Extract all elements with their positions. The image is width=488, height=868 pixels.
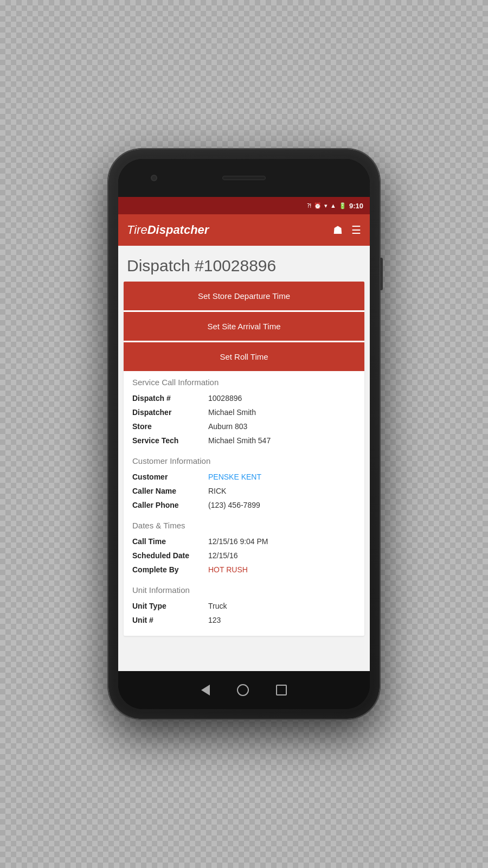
table-row: Dispatch # 10028896 — [132, 391, 356, 405]
table-row: Caller Name RICK — [132, 484, 356, 498]
unit-title: Unit Information — [132, 585, 356, 595]
dates-section: Dates & Times Call Time 12/15/16 9:04 PM… — [124, 514, 364, 579]
complete-by-label: Complete By — [132, 565, 208, 574]
unit-num-label: Unit # — [132, 616, 208, 624]
unit-type-label: Unit Type — [132, 602, 208, 610]
customer-title: Customer Information — [132, 456, 356, 465]
earpiece-speaker — [222, 176, 266, 180]
table-row: Dispatcher Michael Smith — [132, 405, 356, 419]
home-button[interactable] — [237, 684, 249, 696]
table-row: Store Auburn 803 — [132, 419, 356, 433]
scheduled-date-value: 12/15/16 — [208, 551, 356, 560]
service-call-section: Service Call Information Dispatch # 1002… — [124, 371, 364, 450]
screen-content: Dispatch #10028896 Set Store Departure T… — [118, 246, 370, 671]
status-bar: ⁈ ⏰ ▾ ▲ 🔋 9:10 — [118, 197, 370, 214]
phone-screen: ⁈ ⏰ ▾ ▲ 🔋 9:10 Tire Dispatcher ☗ ☰ Dispa… — [118, 159, 370, 709]
complete-by-value: HOT RUSH — [208, 565, 356, 574]
wifi-icon: ▾ — [324, 202, 328, 209]
alarm-icon: ⏰ — [314, 202, 322, 209]
customer-value: PENSKE KENT — [208, 473, 356, 481]
dispatcher-label: Dispatcher — [132, 408, 208, 417]
table-row: Customer PENSKE KENT — [132, 470, 356, 484]
header-icons: ☗ ☰ — [333, 224, 361, 237]
call-time-label: Call Time — [132, 537, 208, 546]
caller-name-value: RICK — [208, 487, 356, 495]
table-row: Scheduled Date 12/15/16 — [132, 548, 356, 563]
back-icon — [201, 685, 210, 695]
caller-phone-label: Caller Phone — [132, 501, 208, 509]
phone-device: ⁈ ⏰ ▾ ▲ 🔋 9:10 Tire Dispatcher ☗ ☰ Dispa… — [108, 149, 380, 719]
bluetooth-icon: ⁈ — [307, 202, 311, 209]
recents-button[interactable] — [276, 685, 287, 695]
caller-name-label: Caller Name — [132, 487, 208, 495]
app-header: Tire Dispatcher ☗ ☰ — [118, 214, 370, 246]
page-title: Dispatch #10028896 — [118, 246, 370, 282]
table-row: Unit # 123 — [132, 613, 356, 627]
call-time-value: 12/15/16 9:04 PM — [208, 537, 356, 546]
battery-icon: 🔋 — [339, 202, 346, 209]
dispatcher-value: Michael Smith — [208, 408, 356, 417]
table-row: Call Time 12/15/16 9:04 PM — [132, 534, 356, 548]
table-row: Service Tech Michael Smith 547 — [132, 433, 356, 448]
logo-tire-text: Tire — [127, 223, 147, 237]
home-icon — [237, 684, 249, 696]
table-row: Caller Phone (123) 456-7899 — [132, 498, 356, 512]
status-time: 9:10 — [349, 202, 363, 210]
caller-phone-value: (123) 456-7899 — [208, 501, 356, 509]
camera-lens — [151, 175, 157, 181]
table-row: Complete By HOT RUSH — [132, 563, 356, 577]
signal-icon: ▲ — [330, 202, 336, 209]
set-roll-time-button[interactable]: Set Roll Time — [124, 342, 364, 371]
dispatch-card: Set Store Departure Time Set Site Arriva… — [124, 282, 364, 636]
unit-section: Unit Information Unit Type Truck Unit # … — [124, 579, 364, 636]
store-value: Auburn 803 — [208, 422, 356, 431]
dispatch-num-label: Dispatch # — [132, 394, 208, 403]
table-row: Unit Type Truck — [132, 599, 356, 613]
scheduled-date-label: Scheduled Date — [132, 551, 208, 560]
app-logo: Tire Dispatcher — [127, 223, 333, 237]
recents-icon — [276, 685, 287, 695]
menu-icon[interactable]: ☰ — [351, 224, 361, 237]
store-label: Store — [132, 422, 208, 431]
service-tech-value: Michael Smith 547 — [208, 436, 356, 445]
back-button[interactable] — [201, 685, 210, 695]
unit-num-value: 123 — [208, 616, 356, 624]
logo-dispatcher-text: Dispatcher — [147, 223, 209, 237]
service-tech-label: Service Tech — [132, 436, 208, 445]
unit-type-value: Truck — [208, 602, 356, 610]
user-icon[interactable]: ☗ — [333, 224, 343, 237]
customer-section: Customer Information Customer PENSKE KEN… — [124, 450, 364, 514]
customer-label: Customer — [132, 473, 208, 481]
phone-top-bezel — [118, 159, 370, 197]
service-call-title: Service Call Information — [132, 378, 356, 387]
dates-title: Dates & Times — [132, 521, 356, 530]
set-site-arrival-button[interactable]: Set Site Arrival Time — [124, 312, 364, 341]
nav-bar — [118, 671, 370, 709]
status-icons: ⁈ ⏰ ▾ ▲ 🔋 9:10 — [307, 202, 363, 210]
dispatch-num-value: 10028896 — [208, 394, 356, 403]
set-store-departure-button[interactable]: Set Store Departure Time — [124, 282, 364, 310]
